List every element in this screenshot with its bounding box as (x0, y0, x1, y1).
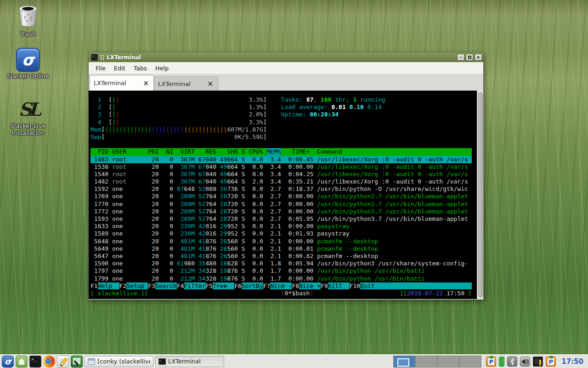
desktop-icon-slackel-live-installation[interactable]: SL Slackel-Live Installation (3, 98, 53, 136)
terminal-text-segment[interactable]: 20 0 (144, 267, 176, 274)
terminal-text-segment[interactable]: one (112, 201, 144, 207)
terminal-text-segment[interactable]: S 0.0 2.7 0:00.00 (238, 201, 317, 207)
terminal-text-segment[interactable]: 720 (227, 208, 237, 215)
terminal-text-segment[interactable]: 367M (177, 171, 195, 178)
terminal-text-segment[interactable]: F7 (263, 282, 271, 289)
terminal-text-segment[interactable]: S 2.0 3.4 0:35.21 (238, 178, 317, 185)
terminal-text-segment[interactable]: 016 (206, 223, 216, 230)
terminal-text-segment[interactable]: one (112, 230, 144, 237)
terminal-text-segment[interactable]: /usr/bin/python /usr/bin/batti (317, 275, 425, 282)
terminal-text-segment[interactable]: 20 0 (144, 275, 176, 282)
terminal-text-segment[interactable]: S 0.0 2.7 0:00.00 (238, 208, 317, 215)
terminal-text-segment[interactable]: 664 (227, 163, 237, 170)
terminal-text-segment[interactable]: 289M (177, 201, 195, 207)
terminal-text-segment[interactable]: 230M (177, 223, 195, 230)
terminal-text-segment[interactable] (195, 245, 198, 252)
tab-lxterminal-2[interactable]: LXTerminal × (154, 76, 218, 91)
terminal-text-segment[interactable]: S 0.0 2.7 0:00.00 (238, 193, 317, 200)
terminal-text-segment[interactable]: 1483 (90, 156, 112, 163)
process-row[interactable]: 1589 one 20 0 230M 42016 29952 S 0.0 2.1… (90, 230, 472, 237)
app-menu-button[interactable]: σ (2, 356, 14, 368)
terminal-text-segment[interactable]: 481M (177, 245, 195, 252)
terminal-text-segment[interactable]: 1769 (90, 193, 112, 200)
terminal-text-segment[interactable]: 34 (198, 275, 206, 282)
terminal-text-segment[interactable]: 952 (227, 230, 237, 237)
terminal-text-segment[interactable]: 41 (198, 245, 206, 252)
terminal-text-segment[interactable]: F9 (321, 282, 328, 289)
process-row[interactable]: 1538 root 20 0 367M 67040 49664 S 0.0 3.… (90, 163, 472, 171)
terminal-text-segment[interactable]: 367M (177, 163, 195, 170)
terminal-text-segment[interactable]: 481M (177, 253, 195, 259)
terminal-text-segment[interactable]: 1633 (90, 223, 112, 230)
terminal-text-segment[interactable]: 664 (227, 156, 237, 163)
terminal-text-segment[interactable]: S 0.0 1.7 0:00.00 (238, 275, 317, 282)
terminal-text-segment[interactable]: 29 (220, 223, 227, 230)
terminal-text-segment[interactable]: 628 (227, 260, 237, 267)
terminal-text-segment[interactable]: 18 (220, 260, 227, 267)
process-row[interactable]: 1590 one 20 0 61980 35480 18628 S 0.0 1.… (90, 260, 472, 267)
tab-lxterminal-1[interactable]: LXTerminal × (90, 75, 154, 91)
terminal-text-segment[interactable] (216, 238, 220, 245)
terminal-text-segment[interactable]: 26 (220, 185, 227, 192)
terminal-text-segment[interactable] (195, 215, 198, 222)
window-menu-dots-icon[interactable] (100, 54, 105, 60)
terminal-text-segment[interactable]: 19 (220, 267, 227, 274)
minimize-button[interactable]: – (457, 54, 464, 61)
terminal-text-segment[interactable]: TIME+ Command (281, 148, 342, 155)
terminal-text-segment[interactable] (216, 201, 220, 207)
terminal-scrollbar[interactable] (477, 91, 483, 299)
terminal-text-segment[interactable]: 20 0 (144, 201, 176, 207)
taskbar-task-conky[interactable]: [conky (slackellive... (85, 356, 153, 367)
terminal-text-segment[interactable]: 664 (227, 178, 237, 185)
terminal-text-segment[interactable]: 49 (220, 171, 227, 178)
terminal-text-segment[interactable]: Nice - (270, 282, 292, 289)
clipboard-manager-icon[interactable] (486, 356, 496, 367)
terminal-text-segment[interactable]: F2 (119, 282, 127, 289)
tab-close-icon[interactable]: × (142, 79, 150, 87)
terminal-text-segment[interactable] (195, 201, 198, 207)
terminal-text-segment[interactable]: 230M (177, 230, 195, 237)
terminal-text-segment[interactable]: 088 (206, 185, 216, 192)
terminal-text-segment[interactable]: 87 (177, 185, 184, 192)
terminal-text-segment[interactable]: 52 (198, 208, 206, 215)
close-button[interactable]: × (475, 54, 482, 61)
terminal-text-segment[interactable] (195, 193, 198, 200)
terminal-text-segment[interactable]: 67 (198, 163, 206, 170)
terminal-text-segment[interactable]: 34 (198, 267, 206, 274)
terminal-text-segment[interactable]: 212M (177, 267, 195, 274)
terminal-text-segment[interactable]: Kill (328, 282, 350, 289)
terminal-text-segment[interactable]: /usr/libexec/Xorg :0 -audit 0 -auth /var… (317, 163, 468, 170)
terminal-text-segment[interactable]: S 0.0 1.8 0:05.94 (238, 260, 317, 267)
terminal-text-segment[interactable]: 1797 (90, 267, 112, 274)
firefox-icon[interactable] (43, 356, 55, 368)
terminal-text-segment[interactable]: one (112, 275, 144, 282)
terminal-text-segment[interactable]: one (112, 185, 144, 192)
terminal-text-segment[interactable]: 328 (206, 275, 216, 282)
terminal-text-segment[interactable]: one (112, 245, 144, 252)
terminal-text-segment[interactable]: S 0.0 3.4 0:04.25 (238, 171, 317, 178)
terminal-text-segment[interactable]: 49 (220, 163, 227, 170)
terminal-text-segment[interactable]: S 0.0 3.4 0:00.00 (238, 163, 317, 170)
terminal-text-segment[interactable] (216, 245, 220, 252)
terminal-text-segment[interactable]: Tree (213, 282, 234, 289)
terminal-text-segment[interactable] (195, 178, 198, 185)
terminal-text-segment[interactable]: 764 (206, 208, 216, 215)
terminal-text-segment[interactable]: 367M (177, 156, 195, 163)
terminal-text-segment[interactable]: 5649 (90, 245, 112, 252)
terminal-text-segment[interactable]: 20 0 (144, 171, 176, 178)
htop-table-header[interactable]: PID USER PRI NI VIRT RES SHR S CPU% MEM%… (90, 148, 472, 155)
pager-desktop-1[interactable] (393, 356, 415, 368)
process-row[interactable]: 1593 one 20 0 289M 52764 28720 S 0.0 2.7… (90, 215, 472, 223)
terminal-text-segment[interactable] (216, 193, 220, 200)
terminal-text-segment[interactable]: SortBy (242, 282, 263, 289)
terminal-text-segment[interactable]: 20 0 (144, 253, 176, 259)
process-row[interactable]: 1483 root 20 0 367M 67040 49664 S 0.0 3.… (90, 156, 472, 163)
terminal-text-segment[interactable]: 28 (220, 201, 227, 207)
terminal-text-segment[interactable]: 764 (206, 201, 216, 207)
terminal-text-segment[interactable]: pcmanfm --desktop (317, 238, 378, 245)
process-row[interactable]: 1769 one 20 0 289M 52764 28720 S 0.0 2.7… (90, 193, 472, 200)
window-titlebar[interactable]: >_ LXTerminal – × (89, 52, 483, 62)
terminal-text-segment[interactable]: 20 0 (144, 163, 176, 170)
terminal-text-segment[interactable]: 1592 (90, 185, 112, 192)
terminal-text-segment[interactable]: Setup (126, 282, 148, 289)
